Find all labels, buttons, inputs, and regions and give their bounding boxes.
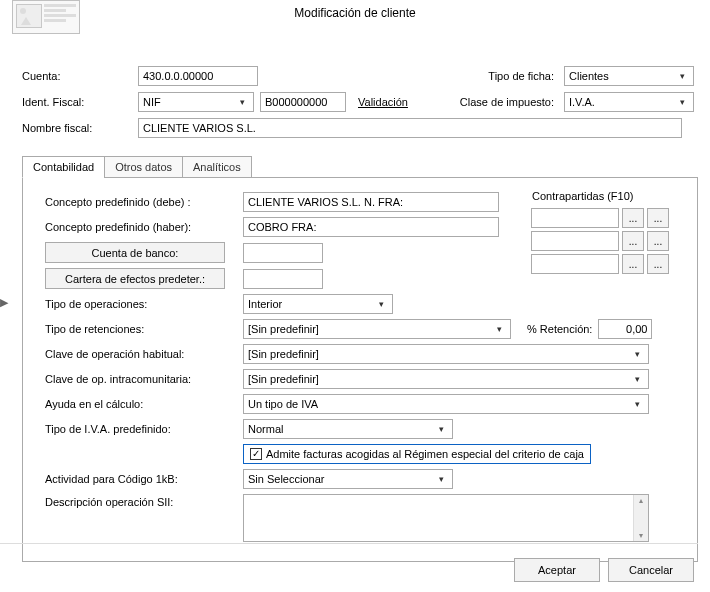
descripcion-sii-textarea[interactable]: ▴ ▾ (243, 494, 649, 542)
tab-contabilidad[interactable]: Contabilidad (22, 156, 105, 178)
validacion-link[interactable]: Validación (358, 96, 408, 108)
actividad-1kb-select[interactable]: Sin Seleccionar ▾ (243, 469, 453, 489)
chevron-down-icon: ▾ (630, 374, 644, 384)
contrapartida-3-input[interactable] (531, 254, 619, 274)
pct-retencion-input[interactable] (598, 319, 652, 339)
contrapartidas-title: Contrapartidas (F10) (531, 190, 683, 202)
cartera-efectos-input[interactable] (243, 269, 323, 289)
clase-impuesto-label: Clase de impuesto: (444, 96, 554, 108)
ayuda-calculo-label: Ayuda en el cálculo: (45, 398, 237, 410)
criterio-caja-checkbox-wrap[interactable]: ✓ Admite facturas acogidas al Régimen es… (243, 444, 591, 464)
clave-intracomunitaria-label: Clave de op. intracomunitaria: (45, 373, 237, 385)
chevron-up-icon: ▴ (639, 496, 643, 505)
contrapartida-3-extra-button[interactable]: ... (647, 254, 669, 274)
chevron-down-icon: ▾ (639, 531, 643, 540)
pct-retencion-label: % Retención: (527, 323, 592, 335)
criterio-caja-label: Admite facturas acogidas al Régimen espe… (266, 448, 584, 460)
scrollbar[interactable]: ▴ ▾ (633, 495, 648, 541)
tab-otros-datos[interactable]: Otros datos (104, 156, 183, 178)
contrapartidas-group: Contrapartidas (F10) ... ... ... ... ...… (531, 190, 683, 277)
header-form: Cuenta: Tipo de ficha: Clientes ▾ Ident.… (22, 66, 694, 138)
concepto-haber-label: Concepto predefinido (haber): (45, 221, 237, 233)
ident-fiscal-label: Ident. Fiscal: (22, 96, 132, 108)
tipo-retenciones-select[interactable]: [Sin predefinir] ▾ (243, 319, 511, 339)
descripcion-sii-label: Descripción operación SII: (45, 494, 237, 508)
contrapartida-2-browse-button[interactable]: ... (622, 231, 644, 251)
clave-operacion-habitual-label: Clave de operación habitual: (45, 348, 237, 360)
aceptar-button[interactable]: Aceptar (514, 558, 600, 582)
clase-impuesto-select[interactable]: I.V.A. ▾ (564, 92, 694, 112)
nombre-fiscal-label: Nombre fiscal: (22, 122, 132, 134)
tipo-iva-predefinido-select[interactable]: Normal ▾ (243, 419, 453, 439)
contrapartida-2-extra-button[interactable]: ... (647, 231, 669, 251)
ident-fiscal-type-select[interactable]: NIF ▾ (138, 92, 254, 112)
contrapartida-1-extra-button[interactable]: ... (647, 208, 669, 228)
chevron-down-icon: ▾ (630, 399, 644, 409)
chevron-down-icon: ▾ (675, 71, 689, 81)
chevron-down-icon: ▾ (492, 324, 506, 334)
cuenta-banco-input[interactable] (243, 243, 323, 263)
tipo-operaciones-label: Tipo de operaciones: (45, 298, 237, 310)
contrapartida-2-input[interactable] (531, 231, 619, 251)
chevron-down-icon: ▾ (434, 424, 448, 434)
actividad-1kb-label: Actividad para Código 1kB: (45, 473, 237, 485)
cuenta-label: Cuenta: (22, 70, 132, 82)
clave-intracomunitaria-select[interactable]: [Sin predefinir] ▾ (243, 369, 649, 389)
tipo-ficha-select[interactable]: Clientes ▾ (564, 66, 694, 86)
contrapartida-1-browse-button[interactable]: ... (622, 208, 644, 228)
nombre-fiscal-input[interactable] (138, 118, 682, 138)
chevron-down-icon: ▾ (630, 349, 644, 359)
header-logo-placeholder (12, 0, 80, 34)
contrapartida-1-input[interactable] (531, 208, 619, 228)
tipo-iva-predefinido-label: Tipo de I.V.A. predefinido: (45, 423, 237, 435)
tab-bar: Contabilidad Otros datos Analíticos (22, 156, 698, 178)
chevron-down-icon: ▾ (675, 97, 689, 107)
concepto-debe-label: Concepto predefinido (debe) : (45, 196, 237, 208)
tipo-operaciones-select[interactable]: Interior ▾ (243, 294, 393, 314)
tipo-retenciones-label: Tipo de retenciones: (45, 323, 237, 335)
concepto-debe-input[interactable] (243, 192, 499, 212)
chevron-right-icon: ▶ (0, 296, 8, 309)
dialog-title: Modificación de cliente (0, 0, 710, 22)
cartera-efectos-button[interactable]: Cartera de efectos predeter.: (45, 268, 225, 289)
chevron-down-icon: ▾ (374, 299, 388, 309)
dialog-footer: Aceptar Cancelar (514, 546, 694, 582)
cuenta-input[interactable] (138, 66, 258, 86)
clave-operacion-habitual-select[interactable]: [Sin predefinir] ▾ (243, 344, 649, 364)
chevron-down-icon: ▾ (434, 474, 448, 484)
cancelar-button[interactable]: Cancelar (608, 558, 694, 582)
tipo-ficha-label: Tipo de ficha: (464, 70, 554, 82)
ident-fiscal-value-input[interactable] (260, 92, 346, 112)
tab-analiticos[interactable]: Analíticos (182, 156, 252, 178)
tab-panel-contabilidad: Contrapartidas (F10) ... ... ... ... ...… (22, 177, 698, 562)
checkbox-checked-icon: ✓ (250, 448, 262, 460)
cuenta-banco-button[interactable]: Cuenta de banco: (45, 242, 225, 263)
concepto-haber-input[interactable] (243, 217, 499, 237)
ayuda-calculo-select[interactable]: Un tipo de IVA ▾ (243, 394, 649, 414)
chevron-down-icon: ▾ (235, 97, 249, 107)
contrapartida-3-browse-button[interactable]: ... (622, 254, 644, 274)
